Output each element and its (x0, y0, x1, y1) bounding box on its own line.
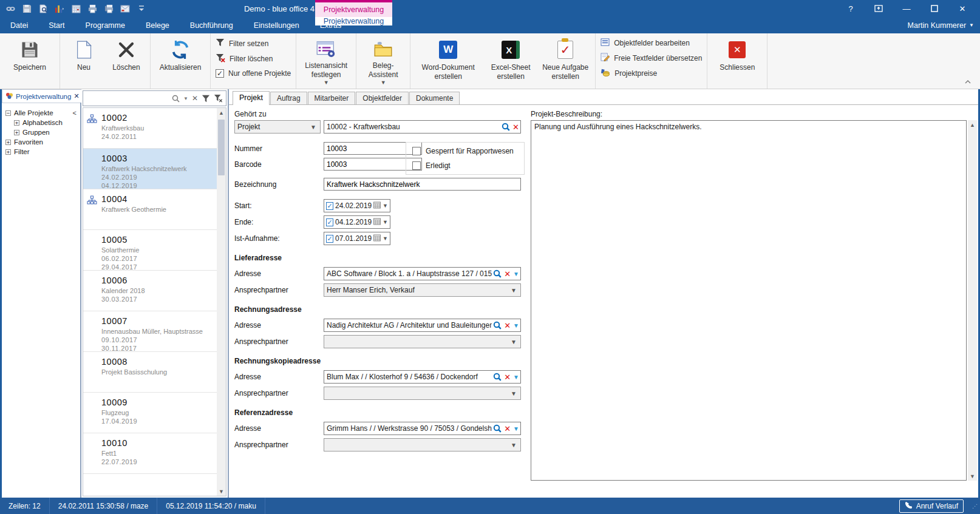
clear-icon[interactable]: ✕ (503, 321, 512, 330)
description-scrollbar[interactable]: ▲ ▼ (968, 120, 977, 481)
menu-programme[interactable]: Programme (75, 17, 135, 33)
chevron-down-icon[interactable]: ▼ (512, 374, 520, 380)
list-item[interactable]: 10008 Projekt Basisschulung (83, 352, 217, 393)
tab-objektfelder[interactable]: Objektfelder (356, 92, 409, 104)
filter-icon[interactable] (202, 95, 210, 103)
list-scrollbar[interactable]: ▲ ▼ (217, 108, 226, 496)
schliessen-button[interactable]: ✕ Schliessen (711, 36, 763, 86)
list-item[interactable]: 10004 Kraftwerk Geothermie (83, 189, 217, 230)
tab-mitarbeiter[interactable]: Mitarbeiter (308, 92, 356, 104)
list-item[interactable]: 10010 Fett1 22.07.2019 (83, 433, 217, 474)
maximize-button[interactable] (920, 0, 948, 17)
customize-toolbar-icon[interactable] (136, 3, 147, 14)
description-textarea[interactable]: Planung und Ausführung eines Hackschnitz… (531, 120, 967, 481)
expand-icon[interactable]: + (14, 120, 19, 126)
checkbox-checked-icon[interactable]: ✓ (326, 218, 333, 226)
gesperrt-checkbox[interactable] (412, 147, 421, 155)
word-dokument-button[interactable]: W Word-Dokument erstellen (414, 36, 482, 86)
close-tab-icon[interactable]: ✕ (73, 92, 79, 100)
scroll-up-icon[interactable]: ▲ (968, 120, 977, 129)
loeschen-button[interactable]: Löschen (106, 36, 146, 86)
filter-setzen-button[interactable]: Filter setzen (216, 38, 291, 49)
search-icon[interactable] (500, 123, 511, 131)
beleg-assistent-button[interactable]: Beleg-Assistent ▼ (360, 36, 406, 86)
scroll-up-icon[interactable]: ▲ (217, 108, 226, 117)
link-icon[interactable] (5, 3, 16, 14)
erledigt-checkbox[interactable] (412, 161, 421, 170)
scroll-down-icon[interactable]: ▼ (968, 472, 977, 481)
aktualisieren-button[interactable]: Aktualisieren (154, 36, 206, 86)
checkbox-checked-icon[interactable]: ✓ (326, 235, 333, 243)
user-menu[interactable]: Martin Kummerer ▼ (908, 17, 974, 33)
rechnungskopieadresse-lookup[interactable]: Blum Max / / Klosterhof 9 / 54636 / Dock… (324, 370, 521, 384)
close-button[interactable]: ✕ (948, 0, 976, 17)
ist-aufnahme-datepicker[interactable]: ✓ 07.01.2019 ▼ (324, 232, 390, 245)
scroll-down-icon[interactable]: ▼ (217, 487, 226, 496)
chevron-down-icon[interactable]: ▼ (383, 203, 388, 209)
search-icon[interactable] (492, 424, 503, 433)
objektfelder-bearbeiten-button[interactable]: Objektfelder bearbeiten (601, 38, 702, 48)
ende-datepicker[interactable]: ✓ 04.12.2019 ▼ (324, 215, 390, 229)
filter-loeschen-button[interactable]: Filter löschen (216, 53, 291, 64)
panel-collapse-icon[interactable]: < (73, 109, 77, 117)
rechnungsadresse-lookup[interactable]: Nadig Architektur AG / Architektur und B… (324, 319, 521, 332)
menu-projektverwaltung-active[interactable]: Projektverwaltung (315, 17, 392, 25)
minimize-button[interactable]: — (893, 0, 920, 17)
projektpreise-button[interactable]: Projektpreise (601, 68, 702, 78)
search-icon[interactable] (492, 321, 503, 330)
referenzadresse-partner-select[interactable]: ▼ (324, 438, 521, 451)
print-preview-icon[interactable] (38, 3, 49, 14)
chevron-down-icon[interactable]: ▼ (383, 235, 388, 242)
referenzadresse-lookup[interactable]: Grimm Hans / / Werkstrasse 90 / 75053 / … (324, 422, 521, 435)
tree-item-alle-projekte[interactable]: − Alle Projekte < (2, 108, 80, 118)
excel-sheet-button[interactable]: X Excel-Sheet erstellen (485, 36, 537, 86)
tree-item-favoriten[interactable]: + Favoriten (2, 137, 80, 147)
ribbon-collapse-button[interactable] (962, 78, 974, 86)
help-button[interactable]: ? (837, 0, 865, 17)
list-item[interactable]: 10002 Kraftwerksbau 24.02.2011 (83, 108, 217, 149)
tab-projekt[interactable]: Projekt (233, 91, 270, 105)
statistics-icon[interactable] (54, 3, 65, 14)
speichern-button[interactable]: Speichern (4, 36, 56, 86)
checkbox-checked-icon[interactable]: ✓ (326, 202, 333, 210)
expand-icon[interactable]: + (14, 130, 19, 135)
rechnungsadresse-partner-select[interactable]: ▼ (324, 335, 521, 348)
tab-projektverwaltung[interactable]: Projektverwaltung ✕ (2, 89, 83, 103)
lieferadresse-partner-select[interactable]: Herr Manser Erich, Verkauf▼ (324, 283, 521, 297)
list-item[interactable]: 10005 Solarthermie 06.02.2017 29.04.2017 (83, 230, 217, 271)
start-datepicker[interactable]: ✓ 24.02.2019 ▼ (324, 199, 390, 212)
listenansicht-festlegen-button[interactable]: Listenansicht festlegen ▼ (300, 36, 352, 86)
scrollbar-thumb[interactable] (218, 120, 225, 175)
list-item[interactable]: 10009 Flugzeug 17.04.2019 (83, 393, 217, 433)
search-icon[interactable] (492, 269, 503, 278)
expand-icon[interactable]: + (5, 149, 11, 155)
anruf-verlauf-button[interactable]: Anruf Verlauf (899, 499, 964, 513)
menu-start[interactable]: Start (38, 17, 75, 33)
clear-icon[interactable]: ✕ (511, 123, 520, 132)
chevron-down-icon[interactable]: ▼ (512, 271, 520, 277)
lieferadresse-lookup[interactable]: ABC Software / Block 1. a / Hauptstrasse… (324, 267, 521, 280)
nur-offene-projekte-checkbox[interactable]: ✓ Nur offene Projekte (216, 69, 291, 78)
collapse-icon[interactable]: − (5, 110, 11, 116)
gehoert-zu-lookup[interactable]: 10002 - Kraftwerksbau ✕ (324, 120, 521, 134)
tree-item-gruppen[interactable]: + Gruppen (2, 127, 80, 137)
filter-clear-icon[interactable] (214, 94, 223, 103)
resize-grip[interactable]: ⋰ (972, 503, 978, 509)
tree-item-alphabetisch[interactable]: + Alphabetisch (2, 118, 80, 127)
menu-datei[interactable]: Datei (0, 17, 38, 33)
tree-item-filter[interactable]: + Filter (2, 147, 80, 157)
neue-aufgabe-button[interactable]: ✓ Neue Aufgabe erstellen (539, 36, 591, 86)
chevron-down-icon[interactable]: ▼ (183, 96, 188, 101)
clear-icon[interactable]: ✕ (503, 269, 512, 279)
chevron-down-icon[interactable]: ▼ (383, 219, 388, 225)
tab-dokumente[interactable]: Dokumente (409, 92, 460, 104)
search-icon[interactable] (492, 373, 503, 381)
list-item[interactable]: 10007 Innenausbau Müller, Hauptstrasse 0… (83, 311, 217, 352)
freie-textfelder-button[interactable]: Freie Textfelder übersetzen (601, 53, 702, 63)
clear-icon[interactable]: ✕ (503, 373, 512, 382)
calendar-icon[interactable] (70, 3, 81, 14)
menu-einstellungen[interactable]: Einstellungen (243, 17, 310, 33)
save-icon[interactable] (21, 3, 32, 14)
gehoert-zu-type-select[interactable]: Projekt▼ (234, 120, 321, 134)
menu-buchfuehrung[interactable]: Buchführung (180, 17, 243, 33)
